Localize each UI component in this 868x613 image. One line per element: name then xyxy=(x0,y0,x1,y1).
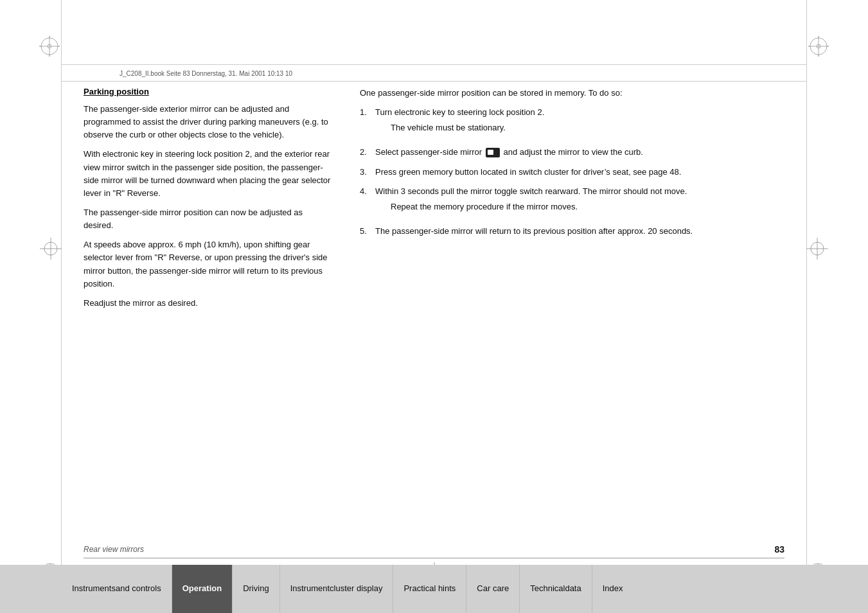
corner-deco-tl xyxy=(39,35,60,59)
top-rule xyxy=(62,81,806,82)
step-5-text: The passenger-side mirror will return to… xyxy=(375,226,693,236)
steps-list: 1. Turn electronic key to steering lock … xyxy=(360,106,784,238)
step-3-text: Press green memory button located in swi… xyxy=(375,167,681,177)
left-para-1: The passenger-side exterior mirror can b… xyxy=(84,103,334,141)
crosshair-left-mid xyxy=(40,238,62,262)
left-para-2: With electronic key in steering lock pos… xyxy=(84,148,334,200)
border-left xyxy=(61,0,62,613)
crosshair-right-mid xyxy=(806,238,828,262)
left-para-4: At speeds above approx. 6 mph (10 km/h),… xyxy=(84,238,334,290)
right-intro: One passenger-side mirror position can b… xyxy=(360,87,784,100)
step-3-num: 3. xyxy=(360,166,371,179)
top-bar: J_C208_II.book Seite 83 Donnerstag, 31. … xyxy=(62,64,806,77)
step-4-text: Within 3 seconds pull the mirror toggle … xyxy=(375,186,687,196)
page-footer: Rear view mirrors 83 xyxy=(84,544,784,558)
step-1-content: Turn electronic key to steering lock pos… xyxy=(375,106,784,139)
nav-tabs: Instrumentsand controlsOperationDrivingI… xyxy=(0,565,868,613)
step-4-content: Within 3 seconds pull the mirror toggle … xyxy=(375,185,784,218)
nav-tab-instrument-cluster[interactable]: Instrumentcluster display xyxy=(280,565,394,613)
step-3-content: Press green memory button located in swi… xyxy=(375,166,784,179)
step-4-num: 4. xyxy=(360,185,371,218)
step-1-subnote: The vehicle must be stationary. xyxy=(391,121,784,134)
step-1: 1. Turn electronic key to steering lock … xyxy=(360,106,784,139)
nav-tab-operation[interactable]: Operation xyxy=(172,565,233,613)
section-title: Parking position xyxy=(84,87,334,96)
mirror-icon xyxy=(486,148,500,157)
step-2-num: 2. xyxy=(360,146,371,159)
step-2-text-cont: and adjust the mirror to view the curb. xyxy=(503,147,643,157)
footer-section-label: Rear view mirrors xyxy=(84,545,144,554)
step-5-num: 5. xyxy=(360,225,371,238)
step-2: 2. Select passenger-side mirror and adju… xyxy=(360,146,784,159)
right-column: One passenger-side mirror position can b… xyxy=(360,87,784,510)
border-right xyxy=(806,0,807,613)
step-3: 3. Press green memory button located in … xyxy=(360,166,784,179)
corner-deco-tr xyxy=(808,35,829,59)
nav-tab-driving[interactable]: Driving xyxy=(233,565,279,613)
step-5: 5. The passenger-side mirror will return… xyxy=(360,225,784,238)
nav-tab-instruments[interactable]: Instrumentsand controls xyxy=(62,565,172,613)
page-number: 83 xyxy=(774,544,784,555)
step-4: 4. Within 3 seconds pull the mirror togg… xyxy=(360,185,784,218)
nav-tab-car-care[interactable]: Car care xyxy=(466,565,520,613)
step-1-num: 1. xyxy=(360,106,371,139)
left-column: Parking position The passenger-side exte… xyxy=(84,87,334,510)
step-2-text: Select passenger-side mirror xyxy=(375,147,484,157)
file-info: J_C208_II.book Seite 83 Donnerstag, 31. … xyxy=(62,70,806,77)
step-2-content: Select passenger-side mirror and adjust … xyxy=(375,146,784,159)
step-1-text: Turn electronic key to steering lock pos… xyxy=(375,107,544,117)
content-area: Parking position The passenger-side exte… xyxy=(84,87,784,510)
nav-tab-technical-data[interactable]: Technicaldata xyxy=(520,565,592,613)
step-4-subnote: Repeat the memory procedure if the mirro… xyxy=(391,200,784,213)
step-5-content: The passenger-side mirror will return to… xyxy=(375,225,784,238)
nav-tab-practical-hints[interactable]: Practical hints xyxy=(393,565,466,613)
left-para-5: Readjust the mirror as desired. xyxy=(84,297,334,310)
nav-tab-index[interactable]: Index xyxy=(592,565,633,613)
left-para-3: The passenger-side mirror position can n… xyxy=(84,206,334,232)
